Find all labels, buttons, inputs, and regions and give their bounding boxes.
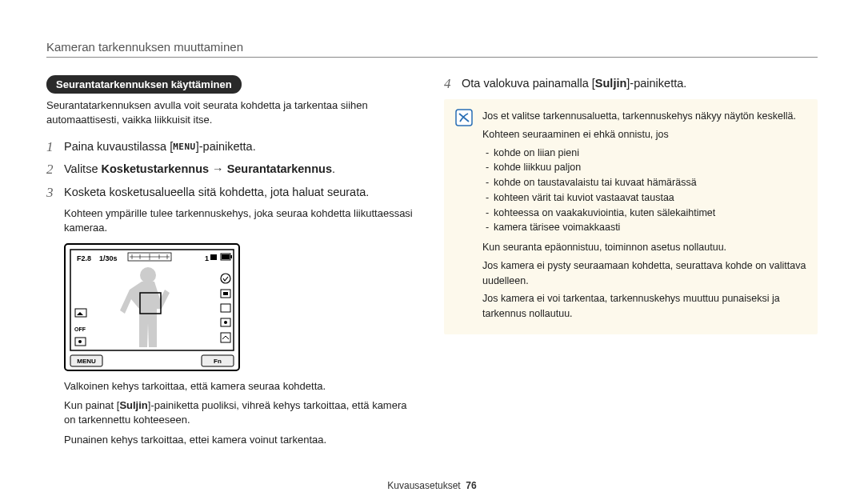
step1-text-a: Paina kuvaustilassa [: [64, 140, 173, 153]
svg-point-25: [224, 321, 227, 324]
steps-list: 1 Paina kuvaustilassa [MENU]-painiketta.…: [46, 138, 420, 201]
step-content: Ota valokuva painamalla [Suljin]-painike…: [462, 75, 818, 93]
step-content: Paina kuvaustilassa [MENU]-painiketta.: [64, 138, 420, 156]
svg-point-14: [140, 267, 156, 283]
step4-bold: Suljin: [595, 77, 626, 90]
info-p3: Kun seuranta epäonnistuu, toiminnon aset…: [482, 240, 806, 255]
info-bullet: kohde on liian pieni: [482, 146, 806, 161]
screen-menu-btn: MENU: [77, 358, 96, 365]
note2-bold: Suljin: [119, 399, 147, 411]
step-number: 4: [444, 75, 462, 93]
step-number: 1: [46, 138, 64, 156]
step2-arrow: →: [209, 162, 227, 175]
menu-label-icon: MENU: [173, 141, 196, 153]
note-red-frame: Punainen kehys tarkoittaa, ettei kamera …: [64, 433, 420, 447]
left-column: Seurantatarkennuksen käyttäminen Seurant…: [46, 75, 420, 452]
footer-label: Kuvausasetukset: [387, 480, 460, 491]
svg-point-19: [78, 340, 82, 343]
step1-text-b: ]-painiketta.: [196, 140, 256, 153]
step4-suffix: ]-painiketta.: [626, 77, 686, 90]
info-p1: Jos et valitse tarkennusaluetta, tarkenn…: [482, 109, 806, 124]
page-footer: Kuvausasetukset 76: [0, 480, 864, 491]
step-number: 3: [46, 184, 64, 202]
note-white-frame: Valkoinen kehys tarkoittaa, että kamera …: [64, 379, 420, 394]
steps-list-right: 4 Ota valokuva painamalla [Suljin]-paini…: [444, 75, 818, 93]
info-bullet: kohteessa on vaakakuviointia, kuten säle…: [482, 206, 806, 221]
svg-text:OFF: OFF: [74, 326, 86, 332]
step-content: Valitse Kosketustarkennus → Seurantatark…: [64, 161, 420, 178]
svg-rect-10: [210, 254, 217, 260]
screen-f-label: F2.8: [77, 254, 91, 262]
svg-rect-12: [222, 254, 230, 259]
section-pill: Seurantatarkennuksen käyttäminen: [46, 75, 242, 94]
content-columns: Seurantatarkennuksen käyttäminen Seurant…: [46, 75, 818, 452]
step2-suffix: .: [332, 162, 335, 175]
right-column: 4 Ota valokuva painamalla [Suljin]-paini…: [444, 75, 818, 452]
info-bullet: kamera tärisee voimakkaasti: [482, 220, 806, 235]
info-bullet: kohteen värit tai kuviot vastaavat taust…: [482, 190, 806, 206]
svg-rect-13: [230, 255, 232, 258]
step-number: 2: [46, 161, 64, 178]
header-divider: [46, 57, 818, 58]
info-p4: Jos kamera ei pysty seuraamaan kohdetta,…: [482, 258, 806, 289]
info-content: Jos et valitse tarkennusaluetta, tarkenn…: [482, 109, 806, 325]
info-bullet: kohde liikkuu paljon: [482, 160, 806, 175]
note2-a: Kun painat [: [64, 399, 119, 411]
info-p2: Kohteen seuraaminen ei ehkä onnistu, jos: [482, 127, 806, 142]
step-3: 3 Kosketa kosketusalueella sitä kohdetta…: [46, 184, 420, 202]
info-box: Jos et valitse tarkennusaluetta, tarkenn…: [444, 99, 818, 334]
info-p5: Jos kamera ei voi tarkentaa, tarkennuske…: [482, 291, 806, 322]
info-bullets: kohde on liian pieni kohde liikkuu paljo…: [482, 146, 806, 236]
info-bullet: kohde on taustavalaistu tai kuvaat hämär…: [482, 175, 806, 190]
camera-screen-illustration: F2.8 1/30s 1: [64, 243, 420, 371]
step-1: 1 Paina kuvaustilassa [MENU]-painiketta.: [46, 138, 420, 156]
intro-text: Seurantatarkennuksen avulla voit seurata…: [46, 98, 420, 127]
step2-bold1: Kosketustarkennus: [101, 162, 209, 175]
note-green-frame: Kun painat [Suljin]-painiketta puoliksi,…: [64, 398, 420, 427]
step2-prefix: Valitse: [64, 162, 101, 175]
page-header: Kameran tarkennuksen muuttaminen: [46, 40, 818, 54]
footer-page-number: 76: [466, 480, 476, 491]
step3-subtext: Kohteen ympärille tulee tarkennuskehys, …: [64, 206, 420, 235]
step-content: Kosketa kosketusalueella sitä kohdetta, …: [64, 184, 420, 202]
step3-sub: Kohteen ympärille tulee tarkennuskehys, …: [64, 206, 420, 235]
info-icon: [455, 109, 473, 126]
step-4: 4 Ota valokuva painamalla [Suljin]-paini…: [444, 75, 818, 93]
svg-text:1: 1: [205, 254, 209, 262]
step-2: 2 Valitse Kosketustarkennus → Seurantata…: [46, 161, 420, 178]
step4-prefix: Ota valokuva painamalla [: [462, 77, 595, 90]
screen-shutter-label: 1/30s: [99, 254, 118, 262]
svg-rect-22: [223, 292, 228, 295]
step2-bold2: Seurantatarkennus: [227, 162, 332, 175]
step3-notes: Valkoinen kehys tarkoittaa, että kamera …: [64, 379, 420, 447]
screen-fn-btn: Fn: [214, 358, 222, 365]
